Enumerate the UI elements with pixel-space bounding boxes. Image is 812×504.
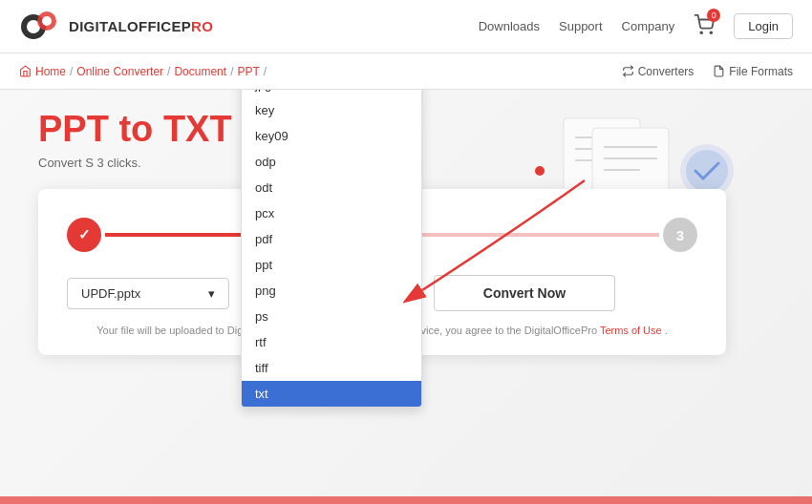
page-title-text: PPT to TX — [38, 109, 209, 149]
breadcrumb-online-converter[interactable]: Online Converter — [76, 65, 163, 78]
dropdown-item-odp[interactable]: odp — [242, 149, 421, 175]
header: DIGITALOFFICEPRO Downloads Support Compa… — [0, 0, 812, 53]
sub-nav-converters[interactable]: Converters — [622, 65, 694, 78]
dropdown-item-png[interactable]: png — [242, 278, 421, 304]
bottom-bar — [0, 496, 812, 504]
cart-icon-wrap[interactable]: 0 — [694, 14, 715, 39]
nav-support[interactable]: Support — [559, 19, 603, 33]
step-3: 3 — [663, 218, 697, 252]
dropdown-item-rtf[interactable]: rtf — [242, 329, 421, 355]
dropdown-item-tiff[interactable]: tiff — [242, 355, 421, 381]
dropdown-item-pcx[interactable]: pcx — [242, 200, 421, 226]
breadcrumb-document[interactable]: Document — [174, 65, 226, 78]
dropdown-item-txt[interactable]: txt — [242, 381, 421, 407]
breadcrumb-home[interactable]: Home — [35, 65, 66, 78]
breadcrumb: Home / Online Converter / Document / PPT… — [19, 65, 622, 78]
svg-point-3 — [42, 16, 52, 26]
converters-icon — [622, 65, 634, 77]
nav-downloads[interactable]: Downloads — [479, 19, 540, 33]
cart-badge: 0 — [707, 9, 720, 22]
deco-dot-1 — [535, 166, 545, 176]
breadcrumb-sep2: / — [167, 65, 170, 78]
svg-point-4 — [701, 32, 703, 33]
breadcrumb-sep1: / — [70, 65, 73, 78]
dropdown-item-key[interactable]: key — [242, 97, 421, 123]
svg-point-5 — [711, 32, 713, 33]
nav-company[interactable]: Company — [622, 19, 675, 33]
file-dropdown-label: UPDF.pptx — [81, 286, 140, 301]
main-content: PPT to TXT Converter Convert S 3 clicks.… — [0, 90, 812, 504]
file-dropdown-chevron: ▾ — [208, 286, 215, 301]
breadcrumb-sep4: / — [264, 65, 267, 78]
convert-to-wrapper: Convert To ▾ bmp doc docx gif html jpg k… — [241, 276, 422, 310]
step-line-2 — [403, 233, 659, 237]
dropdown-item-ppt[interactable]: ppt — [242, 252, 421, 278]
step-1: ✓ — [67, 218, 101, 252]
logo[interactable]: DIGITALOFFICEPRO — [19, 6, 213, 48]
logo-text: DIGITALOFFICEPRO — [69, 18, 213, 34]
file-dropdown[interactable]: UPDF.pptx ▾ — [67, 278, 229, 309]
breadcrumb-ppt[interactable]: PPT — [237, 65, 259, 78]
page-title-highlight: T — [209, 109, 231, 149]
login-button[interactable]: Login — [734, 13, 793, 39]
dropdown-item-jpg[interactable]: jpg — [242, 90, 421, 97]
breadcrumb-sep3: / — [230, 65, 233, 78]
nav-right: Downloads Support Company 0 Login — [479, 13, 793, 39]
logo-icon — [19, 6, 61, 48]
format-dropdown[interactable]: bmp doc docx gif html jpg key key09 odp … — [241, 90, 422, 408]
sub-nav-links: Converters File Formats — [622, 65, 793, 78]
file-formats-label: File Formats — [729, 65, 793, 78]
svg-point-15 — [686, 150, 728, 192]
file-formats-icon — [713, 65, 725, 77]
dropdown-item-pdf[interactable]: pdf — [242, 226, 421, 252]
disclaimer-end: . — [665, 325, 668, 336]
dropdown-item-key09[interactable]: key09 — [242, 123, 421, 149]
convert-now-button[interactable]: Convert Now — [434, 275, 615, 311]
home-icon — [19, 65, 32, 77]
converter-card: ✓ ✓ 3 UPDF.pptx ▾ Convert To ▾ bmp — [38, 189, 726, 355]
terms-of-use-link[interactable]: Terms of Use — [600, 325, 662, 336]
dropdown-item-ps[interactable]: ps — [242, 304, 421, 329]
dropdown-item-odt[interactable]: odt — [242, 175, 421, 200]
converters-label: Converters — [638, 65, 694, 78]
sub-nav: Home / Online Converter / Document / PPT… — [0, 53, 812, 90]
controls-row: UPDF.pptx ▾ Convert To ▾ bmp doc docx gi… — [67, 275, 697, 311]
sub-nav-file-formats[interactable]: File Formats — [713, 65, 793, 78]
